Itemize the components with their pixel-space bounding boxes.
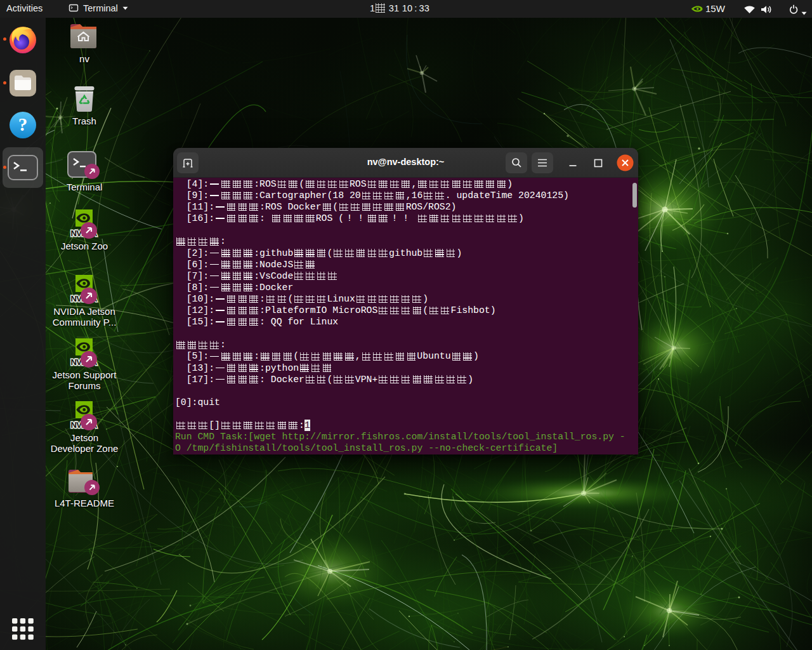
- svg-text:?: ?: [18, 114, 28, 135]
